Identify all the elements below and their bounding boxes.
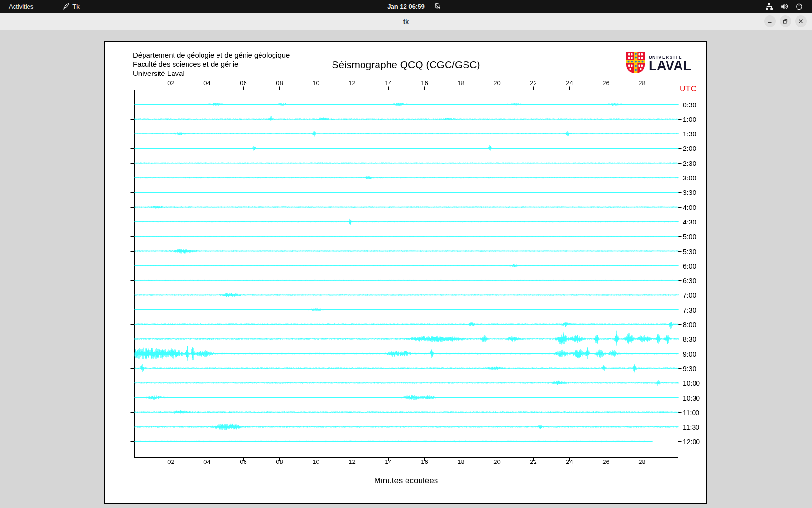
x-tick-label: 24 [566, 458, 573, 465]
laval-shield-icon [626, 51, 645, 74]
plot-title: Séismographe QCQ (CGC/GSC) [285, 59, 527, 71]
utc-time-label: 11:30 [683, 423, 699, 431]
institution-line: Université Laval [133, 69, 290, 78]
x-tick-label: 26 [602, 458, 609, 465]
x-tick-label: 02 [167, 79, 174, 87]
institution-line: Faculté des sciences et de génie [133, 60, 290, 69]
maximize-icon [783, 18, 788, 24]
x-tick-label: 08 [276, 79, 283, 87]
utc-time-label: 0:30 [683, 101, 696, 109]
utc-time-label: 8:30 [683, 335, 696, 343]
utc-time-label: 3:00 [683, 174, 696, 182]
utc-time-label: 12:00 [683, 438, 700, 446]
utc-time-label: 2:00 [683, 145, 696, 152]
minimize-button[interactable] [764, 15, 776, 27]
clock-label: Jan 12 06:59 [387, 3, 424, 10]
power-icon [795, 2, 803, 11]
x-tick-label: 22 [530, 458, 536, 465]
x-tick-label: 06 [240, 458, 246, 465]
utc-time-label: 7:30 [683, 306, 696, 314]
x-tick-label: 06 [240, 79, 246, 87]
x-tick-label: 10 [312, 79, 319, 87]
maximize-button[interactable] [780, 15, 791, 27]
x-tick-label: 10 [312, 458, 319, 465]
utc-time-label: 9:00 [683, 350, 696, 358]
institution-header: Département de géologie et de génie géol… [133, 50, 290, 78]
laval-logo: UNIVERSITÉ LAVAL [626, 51, 691, 74]
x-tick-label: 28 [638, 79, 645, 87]
utc-time-label: 10:30 [683, 394, 700, 402]
x-tick-label: 04 [203, 79, 210, 87]
utc-time-label: 7:00 [683, 291, 696, 299]
clock-menu[interactable]: Jan 12 06:59 [387, 0, 424, 13]
utc-time-label: 8:00 [683, 321, 696, 329]
utc-time-label: 6:30 [683, 277, 696, 284]
x-tick-label: 18 [457, 79, 464, 87]
utc-time-label: 4:30 [683, 218, 696, 226]
seismogram-plot [105, 42, 706, 503]
x-tick-label: 22 [530, 79, 536, 87]
utc-axis-label: UTC [680, 84, 696, 94]
x-axis-label: Minutes écoulées [285, 476, 527, 486]
window-title: tk [0, 13, 812, 30]
network-icon [765, 2, 773, 11]
x-tick-label: 20 [493, 79, 500, 87]
window-content: Département de géologie et de génie géol… [0, 30, 812, 508]
x-tick-label: 12 [348, 458, 355, 465]
utc-time-label: 9:30 [683, 365, 696, 373]
seismograph-frame: Département de géologie et de génie géol… [104, 41, 707, 504]
x-tick-label: 12 [348, 79, 355, 87]
x-tick-label: 14 [385, 79, 392, 87]
x-tick-label: 14 [385, 458, 392, 465]
volume-icon [780, 2, 788, 11]
utc-time-label: 5:00 [683, 233, 696, 240]
close-button[interactable] [795, 15, 807, 27]
institution-line: Département de géologie et de génie géol… [133, 50, 290, 60]
utc-time-label: 5:30 [683, 248, 696, 255]
close-icon [798, 18, 804, 24]
x-tick-label: 24 [566, 79, 573, 87]
x-tick-label: 16 [421, 79, 428, 87]
x-tick-label: 26 [602, 79, 609, 87]
utc-time-label: 6:00 [683, 262, 696, 270]
utc-time-label: 2:30 [683, 160, 696, 167]
x-tick-label: 04 [203, 458, 210, 465]
system-status-menu[interactable] [765, 0, 803, 13]
utc-time-label: 1:00 [683, 116, 696, 123]
tk-feather-icon [62, 3, 70, 10]
window-titlebar[interactable]: tk [0, 13, 812, 30]
minimize-icon [767, 18, 773, 24]
x-tick-label: 20 [493, 458, 500, 465]
notifications-off-icon [434, 2, 441, 12]
utc-time-label: 11:00 [683, 409, 699, 417]
utc-time-label: 1:30 [683, 130, 696, 138]
focused-app-menu[interactable]: Tk [62, 3, 79, 10]
top-bar: Activities Tk Jan 12 06:59 [0, 0, 812, 13]
x-tick-label: 28 [638, 458, 645, 465]
x-tick-label: 08 [276, 458, 283, 465]
x-tick-label: 02 [167, 458, 174, 465]
x-tick-label: 18 [457, 458, 464, 465]
focused-app-label: Tk [72, 3, 79, 10]
utc-time-label: 3:30 [683, 189, 696, 196]
logo-laval-text: LAVAL [649, 60, 691, 73]
utc-time-label: 4:00 [683, 204, 696, 211]
x-tick-label: 16 [421, 458, 428, 465]
utc-time-label: 10:00 [683, 379, 700, 387]
activities-button[interactable]: Activities [0, 0, 40, 13]
